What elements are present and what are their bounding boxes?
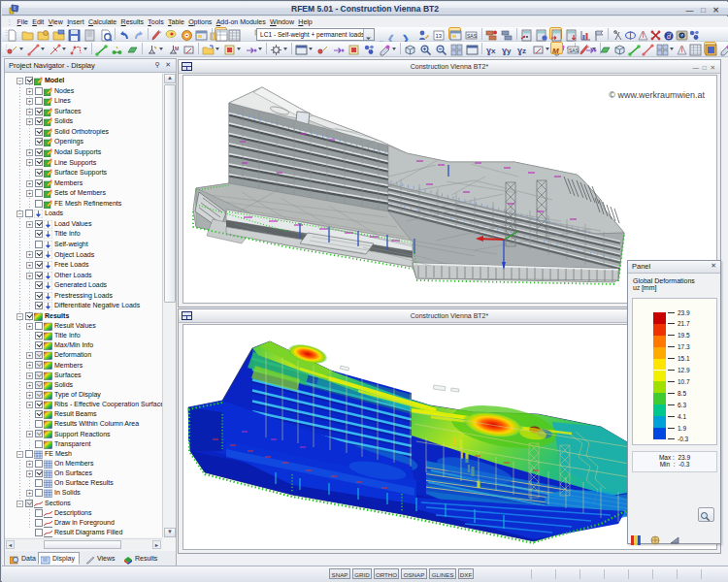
svg-text:Ɣz: Ɣz (517, 47, 526, 55)
svg-text:SAS: SAS (467, 33, 478, 39)
svg-text:SAS: SAS (569, 48, 579, 53)
svg-text:Ɣx: Ɣx (486, 47, 496, 55)
svg-text:Ɣy: Ɣy (502, 47, 512, 55)
svg-text:13: 13 (436, 33, 443, 39)
svg-text:M: M (552, 47, 559, 55)
svg-text:M: M (175, 46, 179, 51)
